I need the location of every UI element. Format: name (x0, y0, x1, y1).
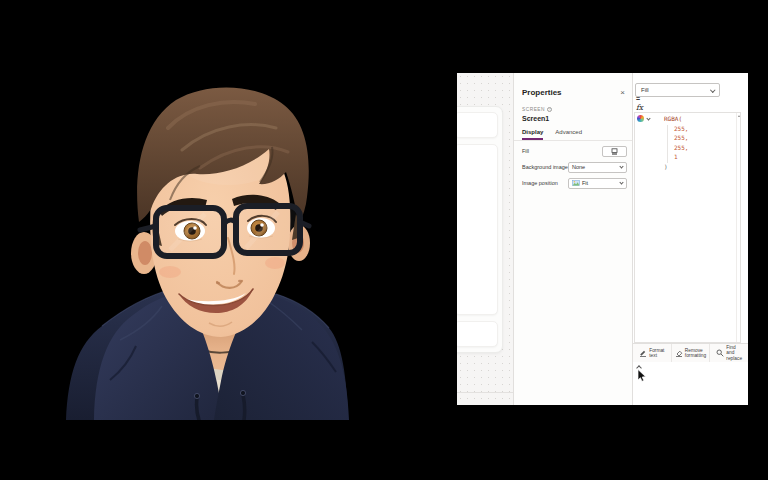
info-icon (547, 107, 552, 112)
scrollbar-up-icon[interactable] (738, 115, 740, 117)
canvas-card[interactable] (457, 144, 498, 315)
color-wheel-icon[interactable] (637, 115, 644, 122)
canvas-card[interactable] (457, 321, 498, 347)
code-line: 1 (635, 152, 740, 162)
code-line: 255, (635, 124, 740, 134)
screenshot-stage: Properties × SCREEN Screen1 Display Adva… (0, 0, 768, 480)
code-line: 255, (635, 143, 740, 153)
tabs-divider (514, 140, 632, 141)
properties-title: Properties (522, 88, 562, 97)
canvas-divider (457, 392, 513, 393)
image-position-dropdown[interactable]: Fit (568, 178, 627, 189)
tab-display[interactable]: Display (522, 129, 543, 140)
code-line: RGBA( (635, 114, 740, 124)
element-type-label: SCREEN (522, 107, 545, 112)
app-window: Properties × SCREEN Screen1 Display Adva… (457, 73, 748, 405)
format-text-label: Format text (649, 348, 664, 358)
fx-icon: fx (636, 103, 643, 112)
image-icon (572, 180, 580, 186)
canvas-card[interactable] (457, 112, 498, 138)
find-and-replace-label: Find and replace (726, 345, 742, 360)
remove-formatting-icon (675, 349, 683, 357)
indent-guide (667, 125, 668, 163)
formula-bar: Fill = fx RGBA( 255, 255, 255, 1 ) (632, 73, 748, 405)
property-selector-dropdown[interactable]: Fill (635, 83, 720, 97)
editor-scrollbar[interactable] (736, 113, 740, 342)
chevron-down-icon (619, 180, 623, 184)
chevron-down-icon[interactable] (646, 116, 650, 120)
chevron-down-icon (710, 87, 715, 92)
format-text-button[interactable]: Format text (633, 344, 672, 362)
design-canvas[interactable] (457, 73, 513, 405)
format-text-icon (639, 349, 647, 357)
fill-color-button[interactable] (602, 146, 627, 157)
remove-formatting-label: Remove formatting (685, 348, 706, 358)
remove-formatting-button[interactable]: Remove formatting (672, 344, 711, 362)
mouse-cursor (637, 369, 647, 382)
image-position-value: Fit (582, 180, 588, 186)
image-position-label: Image position (522, 180, 558, 186)
formula-footer-toolbar: Format text Remove formatting Find and r… (633, 343, 748, 362)
fill-label: Fill (522, 148, 529, 154)
formula-editor[interactable]: RGBA( 255, 255, 255, 1 ) (634, 112, 741, 343)
element-name: Screen1 (522, 115, 627, 122)
background-image-dropdown[interactable]: None (568, 162, 627, 173)
code-line: 255, (635, 133, 740, 143)
search-icon (716, 349, 724, 357)
find-and-replace-button[interactable]: Find and replace (710, 344, 748, 362)
background-image-label: Background image (522, 164, 568, 170)
properties-panel: Properties × SCREEN Screen1 Display Adva… (513, 73, 632, 405)
close-icon[interactable]: × (620, 89, 627, 97)
avatar-image (50, 0, 350, 420)
tab-advanced[interactable]: Advanced (555, 129, 582, 140)
chevron-down-icon (619, 164, 623, 168)
property-selector-value: Fill (641, 87, 649, 93)
equals-sign: = (636, 95, 640, 102)
color-picker-icon (611, 148, 618, 155)
screen-preview[interactable] (457, 106, 503, 353)
background-image-value: None (572, 164, 585, 170)
code-line: ) (635, 162, 740, 172)
